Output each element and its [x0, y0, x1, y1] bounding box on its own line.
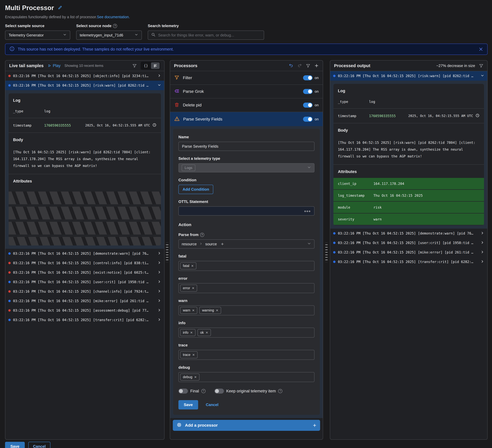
remove-chip-icon[interactable]: ✕	[192, 309, 195, 312]
filter-processors-icon[interactable]	[306, 63, 310, 68]
remove-chip-icon[interactable]: ✕	[194, 375, 197, 379]
log-row[interactable]: 03:22:16 PM [Thu Oct 16 04:52:15 2025] […	[5, 306, 164, 315]
add-icon[interactable]	[314, 63, 319, 68]
cancel-button[interactable]: Cancel	[28, 442, 50, 448]
chevron-right-icon	[157, 289, 161, 294]
chip[interactable]: error✕	[180, 285, 197, 292]
source-node-select[interactable]: telemetrygen_input_71d6	[76, 31, 142, 40]
output-row[interactable]: 03:22:16 PM [Thu Oct 16 04:52:15 2025] […	[330, 257, 487, 267]
close-banner-icon[interactable]	[479, 47, 483, 52]
processor-row-filter[interactable]: Filter on	[170, 71, 323, 85]
log-row[interactable]: 03:22:16 PM [Thu Oct 16 04:52:15 2025] […	[5, 296, 164, 306]
add-path-segment-icon[interactable]: +	[221, 242, 224, 246]
form-cancel-button[interactable]: Cancel	[205, 402, 219, 407]
list-view-button[interactable]	[151, 63, 160, 69]
output-row[interactable]: 03:22:16 PM [Thu Oct 16 04:52:15 2025] […	[330, 238, 487, 248]
chip[interactable]: debug✕	[180, 374, 199, 381]
log-row-text: 03:22:16 PM [Thu Oct 16 04:52:15 2025] […	[338, 241, 478, 245]
processor-toggle[interactable]	[303, 89, 313, 94]
chip-input[interactable]: info✕ok✕	[178, 328, 315, 338]
chip-input[interactable]: debug✕	[178, 372, 315, 382]
source-node-control: Select source node ? telemetrygen_input_…	[76, 24, 142, 40]
search-box[interactable]	[148, 31, 264, 40]
log-row[interactable]: 03:22:16 PM [Thu Oct 16 04:52:15 2025] […	[5, 315, 164, 325]
chip-input[interactable]: error✕	[178, 283, 315, 293]
output-row[interactable]: 03:22:16 PM [Thu Oct 16 04:52:15 2025] […	[330, 248, 487, 257]
chip[interactable]: info✕	[180, 329, 195, 336]
chip-label: fatal	[183, 264, 189, 268]
processor-row-delete-pid[interactable]: Delete pid on	[170, 98, 323, 112]
add-processor-button[interactable]: Add a processor +	[173, 420, 320, 431]
remove-chip-icon[interactable]: ✕	[216, 309, 218, 312]
chip[interactable]: warn✕	[180, 307, 197, 314]
chip[interactable]: ok✕	[197, 329, 211, 336]
output-row-selected[interactable]: 03:22:16 PM [Thu Oct 16 04:52:15 2025] […	[330, 71, 487, 81]
remove-chip-icon[interactable]: ✕	[205, 331, 208, 334]
search-input[interactable]	[158, 33, 261, 38]
chip-input[interactable]: trace✕	[178, 350, 315, 360]
remove-chip-icon[interactable]: ✕	[190, 331, 193, 334]
processor-row-parse-grok[interactable]: Parse Grok on	[170, 85, 323, 98]
chip[interactable]: trace✕	[180, 351, 197, 358]
log-row[interactable]: 03:22:16 PM [Thu Oct 16 04:52:15 2025] […	[5, 258, 164, 268]
undo-icon[interactable]	[289, 63, 293, 68]
processor-toggle[interactable]	[303, 117, 313, 122]
processor-toggle[interactable]	[303, 75, 313, 80]
page: Multi Processor Encapsulates functionali…	[0, 0, 492, 448]
log-row-selected[interactable]: 03:22:16 PM [Thu Oct 16 04:52:15 2025] […	[5, 81, 164, 90]
log-row-text: 03:22:16 PM [Thu Oct 16 04:52:15 2025] […	[13, 83, 155, 87]
edit-title-icon[interactable]	[58, 5, 62, 11]
chevron-right-icon	[157, 280, 161, 284]
log-row[interactable]: 03:22:16 PM [Thu Oct 16 04:52:15 2025] […	[5, 249, 164, 258]
ottl-statement-input[interactable]: ●●●	[178, 206, 315, 216]
filter-output-icon[interactable]	[479, 63, 483, 68]
remove-chip-icon[interactable]: ✕	[191, 264, 194, 268]
log-section-title: Log	[13, 98, 156, 103]
log-row[interactable]: 03:22:16 PM [Thu Oct 16 04:52:15 2025] […	[5, 287, 164, 296]
log-row[interactable]: 03:22:16 PM [Thu Oct 16 04:52:15 2025] […	[5, 268, 164, 277]
chip[interactable]: fatal✕	[180, 262, 196, 269]
telemetry-type-select[interactable]: Logs	[178, 163, 315, 172]
severity-field-error: error error✕	[178, 276, 315, 293]
chip-input[interactable]: warn✕warning✕	[178, 305, 315, 315]
processor-name-input[interactable]	[178, 142, 315, 151]
search-telemetry-control: Search telemetry	[148, 24, 264, 40]
keep-original-toggle[interactable]	[215, 389, 224, 394]
processor-toggle[interactable]	[303, 103, 313, 108]
output-attributes-list: client_ip 164.117.178.204 log_timestamp …	[333, 178, 484, 225]
help-icon[interactable]: ?	[113, 24, 117, 28]
filter-samples-icon[interactable]	[132, 63, 137, 68]
chip-label: debug	[183, 375, 192, 379]
log-row[interactable]: 03:22:16 PM [Thu Oct 16 04:52:15 2025] […	[5, 277, 164, 287]
processor-row-parse-severity-fields[interactable]: Parse Severity Fields on	[170, 112, 323, 126]
help-icon[interactable]: ?	[278, 389, 282, 393]
overflow-ellipsis-icon[interactable]: ●●●	[304, 209, 311, 213]
json-view-button[interactable]: {}	[141, 63, 150, 69]
save-button[interactable]: Save	[5, 442, 25, 448]
clock-icon[interactable]	[475, 114, 480, 118]
redo-icon[interactable]	[297, 63, 302, 68]
column-resize-handle[interactable]	[325, 242, 328, 262]
play-button[interactable]: Play	[47, 63, 61, 68]
sample-source-select[interactable]: Telemetry Generator	[5, 31, 70, 40]
column-resize-handle[interactable]	[166, 242, 168, 262]
log-row[interactable]: 03:22:16 PM [Thu Oct 16 04:52:15 2025] […	[5, 71, 164, 81]
help-icon[interactable]: ?	[200, 233, 204, 237]
clock-icon[interactable]	[152, 123, 156, 128]
chip-input[interactable]: fatal✕	[178, 261, 315, 271]
output-row[interactable]: 03:22:16 PM [Thu Oct 16 04:52:15 2025] […	[330, 229, 487, 238]
added-attribute-row: severity warn	[333, 213, 484, 225]
see-documentation-link[interactable]: See documentation.	[97, 15, 130, 19]
add-condition-button[interactable]: Add Condition	[178, 185, 213, 194]
attr-value: risk	[373, 206, 382, 209]
remove-chip-icon[interactable]: ✕	[192, 286, 195, 290]
chip[interactable]: warning✕	[199, 307, 221, 314]
timestamp-human: 2025, Oct 16, 04:52:15.555 AM UTC	[85, 124, 150, 127]
chevron-right-icon	[481, 260, 484, 264]
final-toggle[interactable]	[178, 389, 188, 394]
help-icon[interactable]: ?	[201, 389, 205, 393]
chevron-right-icon	[157, 299, 161, 303]
remove-chip-icon[interactable]: ✕	[192, 353, 195, 357]
parse-from-select[interactable]: resource source +	[178, 240, 315, 249]
form-save-button[interactable]: Save	[178, 400, 198, 409]
